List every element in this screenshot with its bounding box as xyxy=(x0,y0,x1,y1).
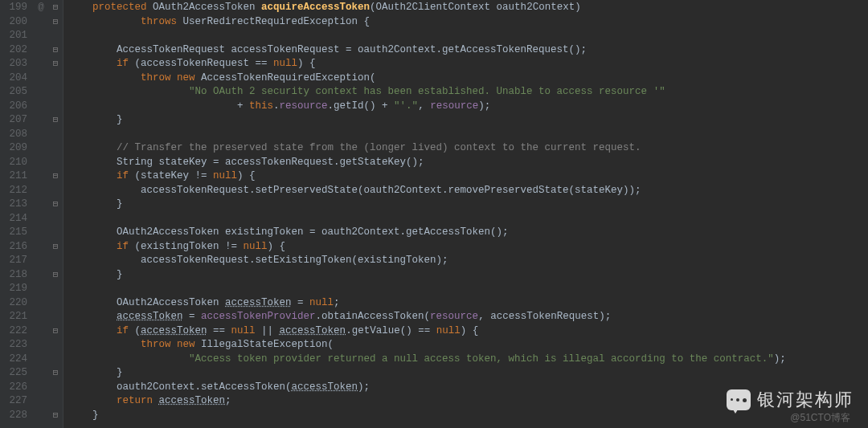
fold-toggle-icon[interactable] xyxy=(48,15,63,30)
fold-toggle-icon[interactable] xyxy=(48,169,63,184)
fold-toggle-icon[interactable] xyxy=(48,1,63,15)
line-number: 225 xyxy=(0,366,27,381)
code-line[interactable]: // Transfer the preserved state from the… xyxy=(68,141,868,156)
fold-toggle-icon[interactable] xyxy=(48,198,63,212)
code-line[interactable] xyxy=(68,29,868,43)
code-line[interactable]: accessToken = accessTokenProvider.obtain… xyxy=(68,310,868,324)
code-line[interactable]: oauth2Context.setAccessToken(accessToken… xyxy=(68,381,868,395)
line-number: 224 xyxy=(0,353,27,367)
line-number: 226 xyxy=(0,381,27,395)
line-number: 227 xyxy=(0,394,27,409)
line-number: 219 xyxy=(0,282,27,296)
code-line[interactable]: } xyxy=(68,198,868,212)
code-line[interactable]: "No OAuth 2 security context has been es… xyxy=(68,85,868,100)
line-number: 220 xyxy=(0,296,27,311)
code-line[interactable] xyxy=(68,128,868,142)
code-line[interactable]: if (accessToken == null || accessToken.g… xyxy=(68,324,868,339)
line-number: 199 xyxy=(0,1,27,15)
line-number: 221 xyxy=(0,310,27,324)
code-line[interactable]: accessTokenRequest.setPreservedState(oau… xyxy=(68,184,868,198)
code-line[interactable]: if (accessTokenRequest == null) { xyxy=(68,57,868,71)
code-line[interactable]: } xyxy=(68,268,868,283)
code-line[interactable]: String stateKey = accessTokenRequest.get… xyxy=(68,156,868,170)
code-area[interactable]: protected OAuth2AccessToken acquireAcces… xyxy=(63,0,868,428)
line-number: 208 xyxy=(0,128,27,142)
line-number: 209 xyxy=(0,141,27,156)
line-number: 204 xyxy=(0,71,27,86)
line-number: 228 xyxy=(0,409,27,423)
line-number: 216 xyxy=(0,240,27,255)
code-editor[interactable]: 1992002012022032042052062072082092102112… xyxy=(0,0,868,428)
code-line[interactable]: throws UserRedirectRequiredException { xyxy=(68,15,868,30)
line-number: 206 xyxy=(0,100,27,114)
fold-toggle-icon[interactable] xyxy=(48,113,63,128)
line-number: 201 xyxy=(0,29,27,43)
fold-toggle-icon[interactable] xyxy=(48,366,63,381)
code-line[interactable]: throw new IllegalStateException( xyxy=(68,338,868,353)
line-number: 207 xyxy=(0,113,27,128)
code-line[interactable]: OAuth2AccessToken accessToken = null; xyxy=(68,296,868,311)
line-number: 212 xyxy=(0,184,27,198)
code-line[interactable]: if (stateKey != null) { xyxy=(68,169,868,184)
line-number: 200 xyxy=(0,15,27,30)
code-line[interactable] xyxy=(68,212,868,226)
fold-toggle-icon[interactable] xyxy=(48,409,63,423)
line-number: 205 xyxy=(0,85,27,100)
line-number: 223 xyxy=(0,338,27,353)
code-line[interactable]: return accessToken; xyxy=(68,394,868,409)
line-number: 203 xyxy=(0,57,27,71)
vcs-change-marker: @ xyxy=(34,1,48,15)
gutter: 1992002012022032042052062072082092102112… xyxy=(0,0,63,428)
code-line[interactable]: + this.resource.getId() + "'.", resource… xyxy=(68,100,868,114)
code-line[interactable]: throw new AccessTokenRequiredException( xyxy=(68,71,868,86)
code-line[interactable]: protected OAuth2AccessToken acquireAcces… xyxy=(68,1,868,15)
code-line[interactable]: OAuth2AccessToken existingToken = oauth2… xyxy=(68,226,868,240)
code-line[interactable]: "Access token provider returned a null a… xyxy=(68,353,868,367)
line-number: 214 xyxy=(0,212,27,226)
line-number-column: 1992002012022032042052062072082092102112… xyxy=(0,0,34,428)
line-number: 215 xyxy=(0,226,27,240)
line-number: 213 xyxy=(0,198,27,212)
line-number: 210 xyxy=(0,156,27,170)
fold-toggle-icon[interactable] xyxy=(48,240,63,255)
vcs-marker-column: @ xyxy=(34,0,48,428)
line-number: 222 xyxy=(0,324,27,339)
code-line[interactable]: accessTokenRequest.setExistingToken(exis… xyxy=(68,254,868,268)
fold-toggle-icon[interactable] xyxy=(48,324,63,339)
line-number: 217 xyxy=(0,254,27,268)
line-number: 202 xyxy=(0,43,27,58)
code-line[interactable]: } xyxy=(68,366,868,381)
fold-toggle-icon[interactable] xyxy=(48,268,63,283)
fold-toggle-icon[interactable] xyxy=(48,43,63,58)
code-line[interactable]: } xyxy=(68,409,868,423)
code-line[interactable]: AccessTokenRequest accessTokenRequest = … xyxy=(68,43,868,58)
fold-column[interactable] xyxy=(48,0,63,428)
line-number: 211 xyxy=(0,169,27,184)
code-line[interactable]: } xyxy=(68,113,868,128)
fold-toggle-icon[interactable] xyxy=(48,57,63,71)
code-line[interactable]: if (existingToken != null) { xyxy=(68,240,868,255)
line-number: 218 xyxy=(0,268,27,283)
code-line[interactable] xyxy=(68,282,868,296)
